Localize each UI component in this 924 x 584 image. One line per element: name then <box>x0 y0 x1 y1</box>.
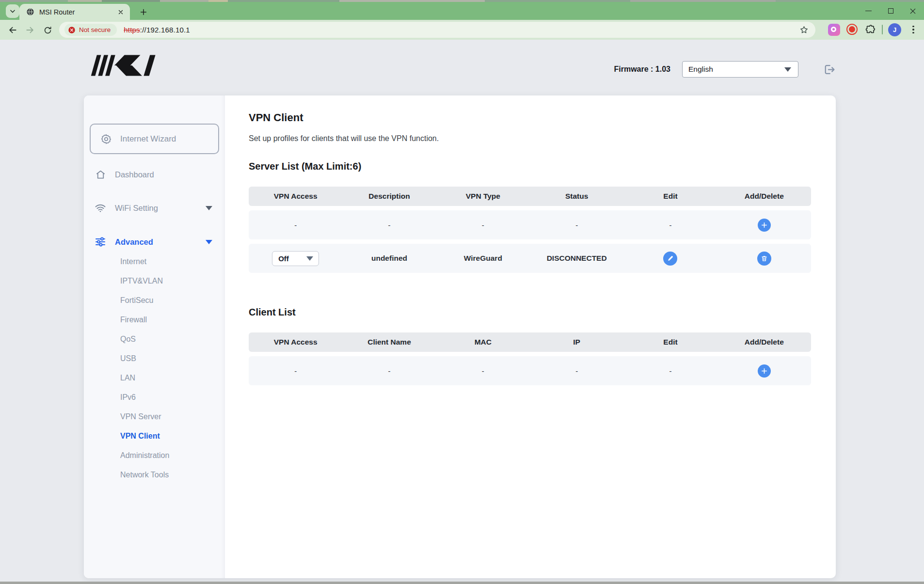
extensions-puzzle-icon[interactable] <box>864 24 876 35</box>
vpn-access-value: - <box>249 221 342 229</box>
extension-icon-pink[interactable] <box>828 24 840 36</box>
wifi-icon <box>95 202 106 214</box>
url-text: https://192.168.10.1 <box>124 26 190 34</box>
minimize-icon <box>865 11 872 11</box>
sidebar-item-vpn-client[interactable]: VPN Client <box>84 426 225 446</box>
window-minimize-button[interactable] <box>857 2 879 20</box>
sidebar-item-internet-wizard[interactable]: Internet Wizard <box>90 124 219 154</box>
edit-value: - <box>623 367 717 375</box>
vpn-type-value: - <box>436 221 530 229</box>
window-maximize-button[interactable] <box>879 2 902 20</box>
url-bar[interactable]: Not secure https://192.168.10.1 <box>59 22 815 38</box>
caret-down-icon <box>784 67 791 72</box>
server-list-header-row: VPN Access Description VPN Type Status E… <box>249 187 811 206</box>
content-card: Internet Wizard Dashboard WiFi Setting <box>84 95 836 578</box>
pencil-icon <box>667 255 674 262</box>
sidebar-item-iptv-vlan[interactable]: IPTV&VLAN <box>84 271 225 291</box>
main-content: VPN Client Set up profiles for clients t… <box>225 95 836 578</box>
column-header: Description <box>342 192 436 201</box>
plus-icon <box>761 221 768 229</box>
description-value: - <box>342 221 436 229</box>
gear-icon <box>100 133 112 145</box>
tab-close-icon[interactable] <box>116 8 125 16</box>
server-list-heading: Server List (Max Limit:6) <box>249 161 812 172</box>
trash-icon <box>761 255 768 262</box>
sidebar-item-vpn-server[interactable]: VPN Server <box>84 407 225 426</box>
not-secure-badge[interactable]: Not secure <box>64 24 117 36</box>
column-header: Add/Delete <box>717 192 811 201</box>
sidebar-item-fortisecu[interactable]: FortiSecu <box>84 291 225 310</box>
browser-window: MSI Router <box>0 0 924 584</box>
column-header: VPN Access <box>249 338 342 347</box>
back-button[interactable] <box>6 23 19 37</box>
sidebar-item-lan[interactable]: LAN <box>84 368 225 388</box>
server-list-table: VPN Access Description VPN Type Status E… <box>249 187 811 273</box>
edit-value: - <box>623 221 717 229</box>
status-value: DISCONNECTED <box>530 254 623 263</box>
add-client-button[interactable] <box>758 364 771 378</box>
browser-menu-button[interactable] <box>908 24 919 35</box>
caret-down-icon <box>206 240 212 244</box>
profile-avatar[interactable]: J <box>888 23 901 36</box>
add-server-button[interactable] <box>758 219 771 232</box>
not-secure-label: Not secure <box>79 26 111 33</box>
firmware-version: Firmware : 1.03 <box>614 65 671 74</box>
sidebar-item-dashboard[interactable]: Dashboard <box>84 165 225 184</box>
screen-bottom-edge <box>0 582 924 584</box>
sidebar-item-administration[interactable]: Administration <box>84 446 225 465</box>
server-profile-row: Off undefined WireGuard DISCONNECTED <box>249 244 811 273</box>
toolbar-divider <box>882 25 883 34</box>
vpn-access-value: Off <box>278 254 289 263</box>
column-header: Status <box>530 192 623 201</box>
sidebar-item-internet[interactable]: Internet <box>84 252 225 271</box>
sidebar-item-firewall[interactable]: Firewall <box>84 310 225 330</box>
window-controls <box>857 2 924 20</box>
sidebar: Internet Wizard Dashboard WiFi Setting <box>84 95 225 578</box>
sidebar-item-ipv6[interactable]: IPv6 <box>84 388 225 407</box>
msi-logo <box>90 52 157 79</box>
url-scheme: https <box>124 26 140 34</box>
column-header: IP <box>530 338 623 347</box>
window-close-button[interactable] <box>902 2 924 20</box>
language-select[interactable]: English <box>682 61 798 78</box>
language-value: English <box>688 65 713 74</box>
new-tab-button[interactable] <box>137 6 150 18</box>
page-title: VPN Client <box>249 111 812 124</box>
edit-server-button[interactable] <box>663 252 677 266</box>
sidebar-item-advanced[interactable]: Advanced <box>84 232 225 252</box>
tab-search-button[interactable] <box>6 4 19 18</box>
sidebar-item-qos[interactable]: QoS <box>84 330 225 349</box>
column-header: Edit <box>623 192 717 201</box>
chevron-down-icon <box>9 8 16 15</box>
maximize-icon <box>888 8 893 14</box>
status-value: - <box>530 221 623 229</box>
reload-button[interactable] <box>41 23 54 37</box>
not-secure-icon <box>68 26 76 34</box>
forward-button[interactable] <box>23 23 37 37</box>
client-name-value: - <box>342 367 436 375</box>
description-value: undefined <box>342 254 436 263</box>
sidebar-item-label: WiFi Setting <box>115 204 158 213</box>
sidebar-item-wifi-setting[interactable]: WiFi Setting <box>84 198 225 218</box>
delete-server-button[interactable] <box>757 252 771 266</box>
tab-title: MSI Router <box>39 8 116 16</box>
client-empty-row: - - - - - <box>249 356 811 385</box>
logout-button[interactable] <box>821 62 836 77</box>
sidebar-item-label: Dashboard <box>115 170 154 179</box>
sidebar-item-usb[interactable]: USB <box>84 349 225 368</box>
page-header-right: Firmware : 1.03 English <box>614 61 836 78</box>
sidebar-item-network-tools[interactable]: Network Tools <box>84 465 225 485</box>
column-header: Edit <box>623 338 717 347</box>
server-empty-row: - - - - - <box>249 210 811 239</box>
router-admin-page: Firmware : 1.03 English Internet Wizard <box>0 40 924 584</box>
bookmark-star-icon[interactable] <box>798 24 810 35</box>
extension-icon-recording[interactable] <box>846 24 858 35</box>
close-icon <box>909 8 916 15</box>
advanced-submenu: Internet IPTV&VLAN FortiSecu Firewall Qo… <box>84 252 225 485</box>
vpn-access-select[interactable]: Off <box>272 251 319 266</box>
browser-tab[interactable]: MSI Router <box>19 4 130 20</box>
url-host: ://192.168.10.1 <box>140 26 190 34</box>
sidebar-item-label: Internet Wizard <box>120 134 176 144</box>
tab-strip: MSI Router <box>0 2 924 20</box>
sidebar-item-label: Advanced <box>115 237 153 247</box>
